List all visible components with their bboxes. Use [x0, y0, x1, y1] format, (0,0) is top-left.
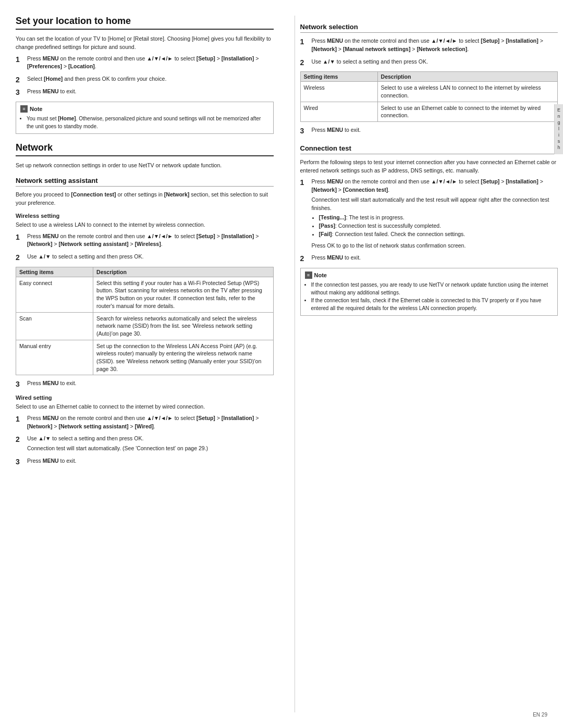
wired-setting-intro: Select to use an Ethernet cable to conne… [16, 403, 274, 411]
step-num: 2 [16, 75, 25, 84]
step-content: Press MENU on the remote control and the… [27, 55, 274, 73]
wireless-setting-title: Wireless setting [16, 213, 274, 219]
network-selection-table: Setting items Description Wireless Selec… [300, 71, 558, 122]
conntest-note: ≡ Note If the connection test passes, yo… [300, 268, 558, 316]
wireless-step-1: 1 Press MENU on the remote control and t… [16, 232, 274, 251]
table-header-desc: Description [93, 267, 273, 277]
section-location-intro: You can set the location of your TV to [… [16, 35, 274, 52]
bullet-item: [Pass]: Connection test is successfully … [319, 222, 558, 230]
netsel-step-2: 2 Use ▲/▼ to select a setting and then p… [300, 58, 558, 68]
note-header: ≡ Note [20, 105, 269, 113]
section-network-title: Network [16, 142, 274, 156]
table-cell-desc: Select this setting if your router has a… [93, 277, 273, 312]
table-row: Scan Search for wireless networks automa… [16, 312, 274, 340]
note-label: Note [314, 272, 327, 278]
step-num: 1 [16, 232, 25, 242]
step-num: 2 [300, 58, 310, 67]
table-cell-desc: Search for wireless networks automatical… [93, 312, 273, 340]
step-num: 3 [16, 457, 25, 466]
step-content: Press MENU to exit. [312, 126, 558, 136]
connection-test-intro: Perform the following steps to test your… [300, 158, 558, 175]
table-cell-item: Scan [16, 312, 93, 340]
note-label: Note [30, 106, 42, 112]
step-content: Use ▲/▼ to select a setting and then pre… [312, 58, 558, 68]
vertical-language-label: English [554, 104, 563, 154]
bullet-item: [Testing...]: The test is in progress. [319, 214, 558, 222]
left-column: Set your location to home You can set th… [16, 16, 279, 712]
test-bullet-list: [Testing...]: The test is in progress. [… [319, 214, 558, 238]
step-num: 1 [16, 414, 25, 424]
network-selection-title: Network selection [300, 23, 558, 33]
netsel-step-1: 1 Press MENU on the remote control and t… [300, 37, 558, 55]
right-column: Network selection 1 Press MENU on the re… [295, 16, 558, 712]
netsel-step-3: 3 Press MENU to exit. [300, 126, 558, 136]
step-num: 3 [16, 379, 25, 389]
table-cell-item: Easy connect [16, 277, 93, 312]
table-cell-desc: Set up the connection to the Wireless LA… [93, 340, 273, 375]
note-header: ≡ Note [305, 272, 554, 279]
step-num: 2 [16, 253, 25, 262]
section-network-intro: Set up network connection settings in or… [16, 162, 274, 170]
step-num: 3 [16, 88, 25, 97]
note-list: You must set [Home]. Otherwise, personal… [27, 115, 269, 130]
step-content: Press MENU to exit. [27, 88, 274, 97]
wireless-setting-intro: Select to use a wireless LAN to connect … [16, 221, 274, 229]
note-icon: ≡ [305, 272, 312, 279]
step-num: 1 [16, 55, 25, 64]
table-cell-desc: Select to use a wireless LAN to connect … [377, 82, 557, 102]
wired-step-2: 2 Use ▲/▼ to select a setting and then p… [16, 435, 274, 454]
step-content: Select [Home] and then press OK to confi… [27, 75, 274, 85]
location-step-2: 2 Select [Home] and then press OK to con… [16, 75, 274, 85]
section-network-selection: Network selection 1 Press MENU on the re… [300, 23, 558, 136]
bullet-item: [Fail]: Connection test failed. Check th… [319, 230, 558, 239]
section-connection-test: Connection test Perform the following st… [300, 144, 558, 316]
connection-test-title: Connection test [300, 144, 558, 154]
note-icon: ≡ [20, 105, 28, 113]
table-header-item: Setting items [300, 72, 377, 82]
note-item: If the connection test fails, check if t… [311, 297, 554, 312]
step-num: 1 [300, 37, 310, 46]
note-item: If the connection test passes, you are r… [311, 281, 554, 297]
step-content: Press MENU to exit. [312, 254, 558, 264]
page-number: EN 29 [533, 712, 547, 718]
table-cell-item: Manual entry [16, 340, 93, 375]
step-content: Use ▲/▼ to select a setting and then pre… [27, 435, 274, 454]
wired-setting-title: Wired setting [16, 394, 274, 401]
section-location-title: Set your location to home [16, 16, 274, 30]
wired-step-3: 3 Press MENU to exit. [16, 457, 274, 467]
wireless-settings-table: Setting items Description Easy connect S… [16, 267, 274, 376]
step-num: 2 [16, 435, 25, 444]
location-step-3: 3 Press MENU to exit. [16, 88, 274, 97]
step-num: 1 [300, 178, 310, 187]
table-header-item: Setting items [16, 267, 93, 277]
table-row: Manual entry Set up the connection to th… [16, 340, 274, 375]
table-row: Easy connect Select this setting if your… [16, 277, 274, 312]
table-header-desc: Description [377, 72, 557, 82]
step-content: Press MENU to exit. [27, 379, 274, 389]
step-num: 3 [300, 126, 310, 135]
section-network: Network Set up network connection settin… [16, 142, 274, 467]
step-content: Press MENU on the remote control and the… [312, 37, 558, 55]
wired-step-1: 1 Press MENU on the remote control and t… [16, 414, 274, 433]
note-list: If the connection test passes, you are r… [311, 281, 554, 312]
step-num: 2 [300, 254, 310, 263]
location-note: ≡ Note You must set [Home]. Otherwise, p… [16, 102, 274, 134]
step-content: Use ▲/▼ to select a setting and then pre… [27, 253, 274, 263]
conntest-step-1: 1 Press MENU on the remote control and t… [300, 178, 558, 251]
wireless-step-2: 2 Use ▲/▼ to select a setting and then p… [16, 253, 274, 263]
subsection-nsa-intro: Before you proceed to [Connection test] … [16, 191, 274, 207]
table-row: Wireless Select to use a wireless LAN to… [300, 82, 558, 102]
step-content: Press MENU to exit. [27, 457, 274, 467]
subsection-nsa-title: Network setting assistant [16, 177, 274, 187]
table-row: Wired Select to use an Ethernet cable to… [300, 102, 558, 121]
section-location: Set your location to home You can set th… [16, 16, 274, 134]
location-step-1: 1 Press MENU on the remote control and t… [16, 55, 274, 73]
table-cell-desc: Select to use an Ethernet cable to conne… [377, 102, 557, 121]
conntest-step-2: 2 Press MENU to exit. [300, 254, 558, 264]
wireless-step-3: 3 Press MENU to exit. [16, 379, 274, 389]
table-cell-item: Wired [300, 102, 377, 121]
table-cell-item: Wireless [300, 82, 377, 102]
step-content: Press MENU on the remote control and the… [27, 232, 274, 251]
step-content: Press MENU on the remote control and the… [27, 414, 274, 433]
step-content: Press MENU on the remote control and the… [312, 178, 558, 251]
